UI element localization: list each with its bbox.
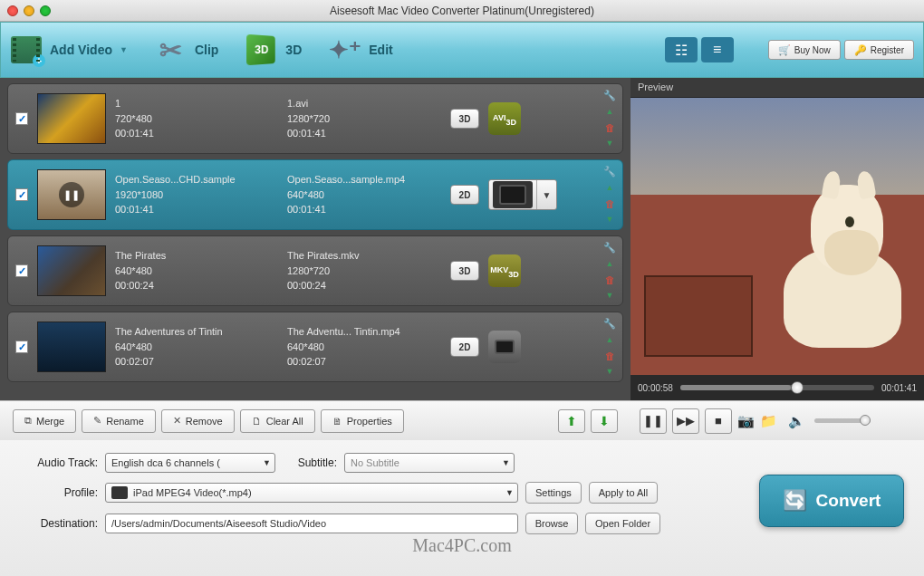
move-down-button[interactable]: ⬇ [591, 409, 618, 433]
collapse-up-icon[interactable]: ▲ [606, 107, 614, 116]
document-icon: 🗎 [332, 416, 342, 427]
volume-icon[interactable]: 🔈 [788, 413, 805, 429]
move-up-button[interactable]: ⬆ [558, 409, 585, 433]
clip-button[interactable]: ✂ Clip [155, 34, 218, 66]
clip-label: Clip [195, 43, 218, 57]
wrench-icon[interactable]: 🔧 [603, 318, 616, 330]
3d-badge[interactable]: 3D [450, 109, 479, 129]
thumbnail-view-button[interactable]: ≡ [701, 37, 734, 62]
trash-icon[interactable]: 🗑 [605, 350, 615, 361]
video-frame [630, 98, 924, 375]
edit-button[interactable]: ✦⁺ Edit [329, 34, 392, 66]
video-thumbnail[interactable]: ❚❚ [37, 169, 106, 220]
3d-badge[interactable]: 3D [450, 261, 479, 281]
item-actions: 🔧 ▲ 🗑 ▼ [602, 242, 617, 300]
list-toolbar: ⧉Merge ✎Rename ✕Remove 🗋Clear All 🗎Prope… [0, 400, 630, 440]
trash-icon[interactable]: 🗑 [605, 122, 615, 133]
item-checkbox[interactable]: ✓ [15, 188, 28, 201]
item-checkbox[interactable]: ✓ [15, 341, 28, 353]
2d-badge[interactable]: 2D [450, 185, 479, 205]
collapse-up-icon[interactable]: ▲ [606, 259, 614, 268]
format-icon-avi[interactable]: AVI3D [488, 102, 521, 135]
stop-button[interactable]: ■ [705, 408, 732, 434]
preview-header: Preview [630, 78, 924, 98]
source-duration: 00:00:24 [115, 278, 278, 293]
source-info: The Pirates 640*480 00:00:24 [115, 248, 278, 293]
register-label: Register [871, 45, 904, 55]
properties-button[interactable]: 🗎Properties [321, 409, 404, 433]
convert-button[interactable]: 🔄 Convert [759, 475, 904, 527]
arrow-up-icon: ⬆ [566, 414, 577, 428]
3d-button[interactable]: 3D 3D [245, 34, 302, 66]
video-list-item[interactable]: ✓ The Adventures of Tintin 640*480 00:02… [7, 312, 623, 382]
2d-badge[interactable]: 2D [450, 337, 479, 357]
volume-slider[interactable] [814, 418, 871, 423]
profile-select[interactable]: iPad MPEG4 Video(*.mp4) ▼ [105, 483, 518, 503]
open-snapshot-folder-button[interactable]: 📁 [760, 413, 777, 429]
add-video-button[interactable]: + Add Video ▼ [10, 34, 128, 66]
subtitle-select[interactable]: No Subtitle ▼ [344, 453, 515, 473]
register-button[interactable]: 🔑 Register [844, 40, 914, 60]
format-icon-ipad[interactable] [488, 331, 521, 363]
cart-icon: 🛒 [778, 44, 791, 56]
video-list-item[interactable]: ✓ The Pirates 640*480 00:00:24 The Pirat… [7, 235, 623, 306]
source-info: The Adventures of Tintin 640*480 00:02:0… [115, 324, 278, 370]
format-controls: 2D ▼ [450, 179, 557, 210]
output-resolution: 640*480 [287, 340, 441, 355]
preview-video[interactable] [630, 98, 924, 375]
remove-button[interactable]: ✕Remove [161, 409, 235, 433]
clear-all-button[interactable]: 🗋Clear All [240, 409, 315, 433]
trash-icon[interactable]: 🗑 [605, 274, 615, 285]
item-checkbox[interactable]: ✓ [15, 264, 28, 277]
trash-icon[interactable]: 🗑 [605, 198, 615, 209]
wrench-icon[interactable]: 🔧 [603, 242, 616, 254]
list-icon: ☷ [675, 42, 688, 59]
browse-button[interactable]: Browse [525, 513, 578, 534]
volume-thumb[interactable] [860, 415, 871, 426]
total-time: 00:01:41 [881, 383, 917, 393]
output-duration: 00:01:41 [287, 126, 441, 141]
source-duration: 00:01:41 [115, 126, 278, 141]
chevron-down-icon: ▼ [505, 488, 514, 497]
pause-button[interactable]: ❚❚ [640, 408, 667, 434]
destination-label: Destination: [16, 517, 98, 530]
wrench-icon[interactable]: 🔧 [603, 90, 616, 101]
audio-track-select[interactable]: English dca 6 channels ( ▼ [105, 453, 275, 473]
expand-down-icon[interactable]: ▼ [606, 139, 614, 148]
scrub-thumb[interactable] [791, 381, 804, 394]
merge-button[interactable]: ⧉Merge [13, 409, 76, 433]
video-thumbnail[interactable] [37, 322, 106, 372]
profile-dropdown[interactable]: ▼ [488, 179, 557, 210]
preview-panel: Preview 00:00:58 00:01:41 ❚❚ ▶▶ ■ 📷 📁 🔈 [630, 78, 924, 440]
format-controls: 3D MKV3D [450, 254, 521, 287]
format-icon-mkv[interactable]: MKV3D [488, 254, 521, 287]
watermark-text: Mac4PC.com [412, 535, 511, 556]
source-resolution: 640*480 [115, 264, 278, 279]
expand-down-icon[interactable]: ▼ [606, 367, 614, 376]
open-folder-button[interactable]: Open Folder [585, 513, 660, 534]
video-list-item[interactable]: ✓ 1 720*480 00:01:41 1.avi 1280*720 00:0… [7, 83, 623, 154]
settings-button[interactable]: Settings [525, 482, 582, 504]
next-frame-button[interactable]: ▶▶ [672, 408, 699, 434]
item-actions: 🔧 ▲ 🗑 ▼ [602, 166, 617, 224]
list-view-button[interactable]: ☷ [665, 37, 698, 62]
collapse-up-icon[interactable]: ▲ [606, 183, 614, 192]
scrub-track[interactable] [680, 385, 874, 390]
output-duration: 00:00:24 [287, 278, 441, 293]
item-checkbox[interactable]: ✓ [15, 112, 28, 125]
buy-now-button[interactable]: 🛒 Buy Now [768, 40, 841, 60]
apply-to-all-button[interactable]: Apply to All [589, 482, 658, 504]
source-resolution: 720*480 [115, 111, 278, 127]
hamburger-icon: ≡ [713, 42, 721, 58]
expand-down-icon[interactable]: ▼ [606, 291, 614, 300]
video-list-item[interactable]: ✓ ❚❚ Open.Seaso...CHD.sample 1920*1080 0… [7, 159, 623, 230]
wrench-icon[interactable]: 🔧 [603, 166, 616, 178]
video-list: ✓ 1 720*480 00:01:41 1.avi 1280*720 00:0… [0, 78, 630, 400]
video-thumbnail[interactable] [37, 245, 106, 296]
collapse-up-icon[interactable]: ▲ [606, 335, 614, 344]
destination-input[interactable]: /Users/admin/Documents/Aiseesoft Studio/… [105, 514, 518, 533]
video-thumbnail[interactable] [37, 93, 106, 144]
rename-button[interactable]: ✎Rename [82, 409, 156, 433]
expand-down-icon[interactable]: ▼ [606, 215, 614, 224]
snapshot-button[interactable]: 📷 [737, 413, 755, 429]
